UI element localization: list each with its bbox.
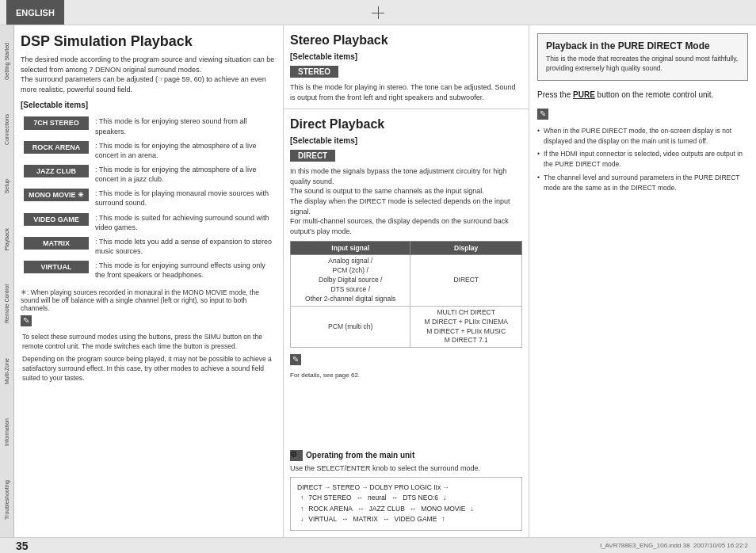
stereo-title: Stereo Playback	[290, 33, 522, 48]
pure-direct-desc: This is the mode that recreates the orig…	[546, 55, 739, 74]
note-icon-dsp: ✎	[21, 315, 277, 330]
pure-direct-box: Playback in the PURE DIRECT Mode This is…	[537, 33, 748, 81]
rock-arena-desc: : This mode is for enjoying the atmosphe…	[92, 139, 277, 162]
sidebar-item-information[interactable]: Information	[4, 418, 10, 446]
signal-table-header-input: Input signal	[291, 242, 410, 255]
table-row: MATRIX : This mode lets you add a sense …	[21, 235, 277, 258]
top-banner: ENGLISH	[0, 0, 756, 25]
page-number: 35	[16, 540, 29, 552]
table-row: JAZZ CLUB : This mode is for enjoying th…	[21, 162, 277, 186]
sidebar-item-playback[interactable]: Playback	[4, 228, 10, 250]
pure-note-icon: ✎	[537, 109, 548, 120]
virtual-button[interactable]: VIRTUAL	[24, 261, 89, 273]
stereo-section: Stereo Playback [Selectable items] STERE…	[284, 25, 529, 109]
flow-diagram: DIRECT → STEREO → DOLBY PRO LOGIC IIx → …	[290, 477, 522, 531]
table-row: ROCK ARENA : This mode is for enjoying t…	[21, 139, 277, 162]
pure-note-3: The channel level and surround parameter…	[537, 173, 748, 193]
dsp-note-2: Depending on the program source being pl…	[21, 355, 277, 383]
sidebar-item-remote-control[interactable]: Remote Control	[4, 284, 10, 323]
table-row: Analog signal /PCM (2ch) /Dolby Digital …	[291, 255, 522, 306]
7ch-stereo-desc: : This mode is for enjoying stereo sound…	[92, 114, 277, 138]
sidebar-item-multi-zone[interactable]: Multi-Zone	[4, 358, 10, 384]
note-icon: ✎	[21, 315, 32, 326]
dsp-description: The desired mode according to the progra…	[21, 55, 277, 94]
pure-button-label: PURE	[573, 90, 595, 99]
direct-note-icon: ✎	[290, 354, 301, 365]
jazz-club-desc: : This mode is for enjoying the atmosphe…	[92, 162, 277, 186]
operating-icon: ⚙	[290, 450, 303, 461]
matrix-button[interactable]: MATRIX	[24, 237, 89, 250]
sidebar-item-connections[interactable]: Connections	[4, 114, 10, 145]
mono-movie-button[interactable]: MONO MOVIE ✳	[24, 189, 89, 201]
pure-note-1: When in the PURE DIRECT mode, the on-scr…	[537, 126, 748, 147]
signal-table-header-display: Display	[410, 242, 522, 255]
pure-note-icon-wrap: ✎	[537, 109, 748, 123]
direct-selectable-label: [Selectable items]	[290, 136, 522, 145]
flow-row-2: ↑ 7CH STEREO ↔ neural ↔ DTS NEO:6 ↓	[297, 493, 515, 504]
flow-row-4: ↓ VIRTUAL ↔ MATRIX ↔ VIDEO GAME ↑	[297, 514, 515, 525]
flow-row-1: DIRECT → STEREO → DOLBY PRO LOGIC IIx →	[297, 482, 515, 494]
dsp-column: DSP Simulation Playback The desired mode…	[14, 25, 284, 537]
signal-display-1: DIRECT	[410, 255, 522, 306]
table-row: MONO MOVIE ✳ : This mode is for playing …	[21, 186, 277, 210]
virtual-desc: : This mode is for enjoying surround eff…	[92, 258, 277, 282]
crosshair-icon	[372, 6, 384, 19]
press-instruction: Press the PURE button on the remote cont…	[537, 89, 748, 101]
sidebar-item-setup[interactable]: Setup	[4, 179, 10, 193]
mono-movie-desc: : This mode is for playing monaural movi…	[92, 186, 277, 210]
signal-display-2: MULTI CH DIRECTM DIRECT + PLIIx CINEMAM …	[410, 306, 522, 348]
direct-section: Direct Playback [Selectable items] DIREC…	[284, 109, 529, 449]
table-row: VIRTUAL : This mode is for enjoying surr…	[21, 258, 277, 282]
pure-direct-notes: When in the PURE DIRECT mode, the on-scr…	[537, 126, 748, 193]
direct-badge[interactable]: DIRECT	[290, 150, 335, 162]
table-row: VIDEO GAME : This mode is suited for ach…	[21, 211, 277, 235]
main-content: DSP Simulation Playback The desired mode…	[14, 25, 756, 537]
video-game-button[interactable]: VIDEO GAME	[24, 213, 89, 226]
direct-note-icon-wrap: ✎	[290, 354, 522, 368]
pure-direct-title: Playback in the PURE DIRECT Mode	[546, 40, 739, 51]
operating-desc: Use the SELECT/ENTER knob to select the …	[290, 464, 522, 472]
stereo-badge[interactable]: STEREO	[290, 66, 338, 78]
stereo-selectable-label: [Selectable items]	[290, 52, 522, 61]
table-row: PCM (multi ch) MULTI CH DIRECTM DIRECT +…	[291, 306, 522, 348]
signal-input-1: Analog signal /PCM (2ch) /Dolby Digital …	[291, 255, 410, 306]
direct-note: For details, see page 62.	[290, 372, 522, 379]
7ch-stereo-button[interactable]: 7CH STEREO	[24, 116, 89, 129]
right-column: Playback in the PURE DIRECT Mode This is…	[529, 25, 756, 537]
bottom-bar: 35 I_AVR788E3_ENG_106.indd 38 2007/10/05…	[0, 537, 756, 553]
jazz-club-button[interactable]: JAZZ CLUB	[24, 165, 89, 177]
asterisk-note: ✳: When playing sources recorded in mona…	[21, 288, 277, 312]
left-sidebar: Getting Started Connections Setup Playba…	[0, 25, 14, 537]
direct-desc: In this mode the signals bypass the tone…	[290, 166, 522, 236]
signal-input-2: PCM (multi ch)	[291, 306, 410, 348]
sidebar-item-getting-started[interactable]: Getting Started	[4, 43, 10, 80]
dsp-title: DSP Simulation Playback	[21, 33, 277, 50]
operating-section: ⚙ Operating from the main unit Use the S…	[284, 450, 529, 537]
rock-arena-button[interactable]: ROCK ARENA	[24, 141, 89, 154]
signal-table: Input signal Display Analog signal /PCM …	[290, 241, 522, 348]
table-row: 7CH STEREO : This mode is for enjoying s…	[21, 114, 277, 138]
mode-table: 7CH STEREO : This mode is for enjoying s…	[21, 114, 277, 282]
flow-row-3: ↑ ROCK ARENA ↔ JAZZ CLUB ↔ MONO MOVIE ↓	[297, 504, 515, 515]
stereo-desc: This is the mode for playing in stereo. …	[290, 82, 522, 102]
dsp-note-1: To select these surround modes using the…	[21, 333, 277, 352]
dsp-selectable-label: [Selectable items]	[21, 101, 277, 109]
sidebar-item-troubleshooting[interactable]: Troubleshooting	[4, 480, 10, 520]
video-game-desc: : This mode is suited for achieving surr…	[92, 211, 277, 235]
operating-title: ⚙ Operating from the main unit	[290, 450, 522, 461]
middle-column: Stereo Playback [Selectable items] STERE…	[284, 25, 529, 537]
pure-note-2: If the HDMI input connector is selected,…	[537, 149, 748, 170]
direct-title: Direct Playback	[290, 117, 522, 132]
file-info: I_AVR788E3_ENG_106.indd 38 2007/10/05 16…	[600, 542, 748, 549]
matrix-desc: : This mode lets you add a sense of expa…	[92, 235, 277, 258]
language-tab: ENGLISH	[6, 0, 64, 25]
